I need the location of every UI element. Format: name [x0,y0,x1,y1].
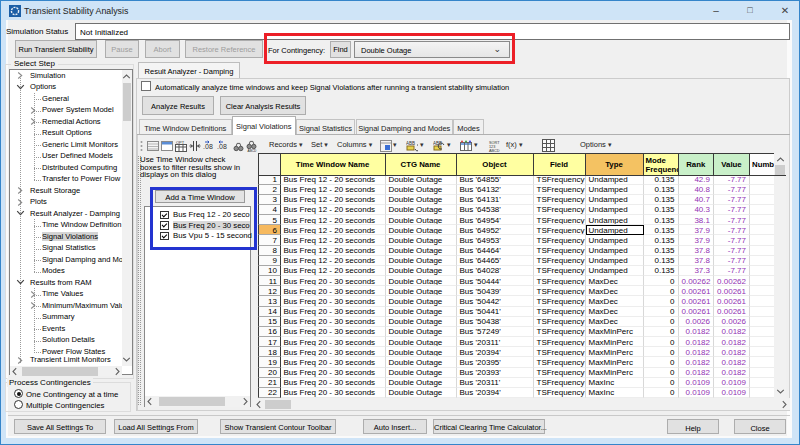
svg-text:8: 8 [223,143,227,150]
svg-text:ABB: ABB [406,141,415,146]
svg-text:ABCD: ABCD [248,149,258,153]
svg-text:8: 8 [209,143,213,150]
svg-text:ABCD: ABCD [489,149,500,152]
